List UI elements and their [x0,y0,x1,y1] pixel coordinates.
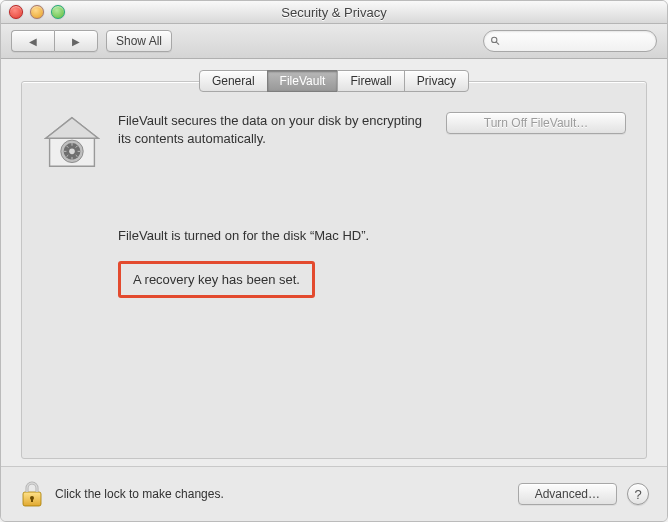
chevron-right-icon: ▶ [72,36,80,47]
toolbar: ◀ ▶ Show All [1,24,667,59]
back-button[interactable]: ◀ [11,30,54,52]
recovery-key-status: A recovery key has been set. [118,261,315,298]
advanced-button[interactable]: Advanced… [518,483,617,505]
search-input[interactable] [505,33,650,49]
show-all-button[interactable]: Show All [106,30,172,52]
svg-point-14 [69,149,75,155]
window-controls [9,5,65,19]
filevault-house-icon [42,114,102,170]
tab-firewall[interactable]: Firewall [337,70,404,92]
prefs-window: Security & Privacy ◀ ▶ Show All General … [0,0,668,522]
minimize-icon[interactable] [30,5,44,19]
tab-privacy[interactable]: Privacy [404,70,469,92]
nav-buttons: ◀ ▶ [11,30,98,52]
tab-filevault[interactable]: FileVault [267,70,339,92]
footer: Click the lock to make changes. Advanced… [1,466,667,521]
titlebar: Security & Privacy [1,1,667,24]
forward-button[interactable]: ▶ [54,30,98,52]
filevault-status: FileVault is turned on for the disk “Mac… [118,228,626,243]
lock-icon[interactable] [19,479,45,509]
lock-text: Click the lock to make changes. [55,487,224,501]
window-title: Security & Privacy [1,5,667,20]
help-icon: ? [634,487,641,502]
svg-point-0 [492,37,497,42]
chevron-left-icon: ◀ [29,36,37,47]
tab-general[interactable]: General [199,70,268,92]
tabbar: General FileVault Firewall Privacy [1,70,667,92]
close-icon[interactable] [9,5,23,19]
zoom-icon[interactable] [51,5,65,19]
help-button[interactable]: ? [627,483,649,505]
search-field[interactable] [483,30,657,52]
svg-marker-3 [46,118,98,139]
turn-off-filevault-button[interactable]: Turn Off FileVault… [446,112,626,134]
content-pane: FileVault secures the data on your disk … [21,81,647,459]
filevault-description: FileVault secures the data on your disk … [118,112,430,147]
search-icon [490,35,501,47]
svg-rect-17 [31,498,33,502]
svg-line-1 [496,42,499,45]
